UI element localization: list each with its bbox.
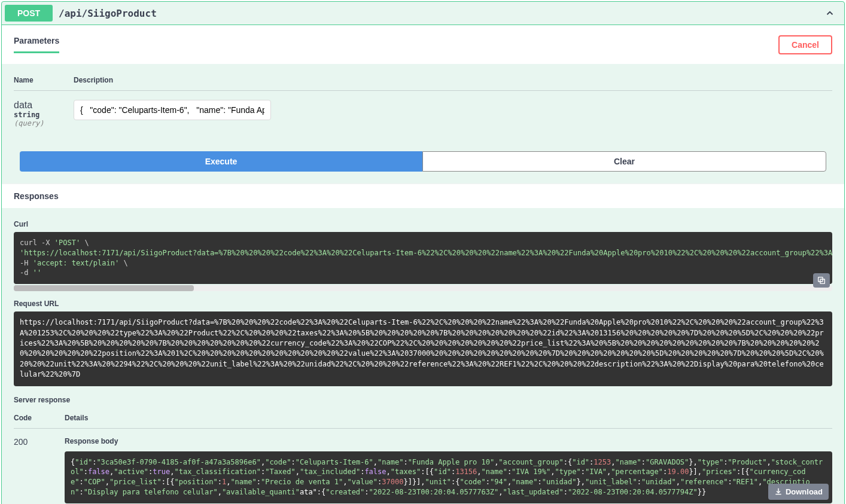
download-button[interactable]: Download xyxy=(768,484,829,500)
param-in: (query) xyxy=(14,119,74,127)
execute-button[interactable]: Execute xyxy=(20,151,422,172)
request-url-label: Request URL xyxy=(14,300,832,308)
method-badge: POST xyxy=(5,5,53,22)
parameters-header: Parameters Cancel xyxy=(2,25,844,64)
parameters-table: Name Description data string (query) xyxy=(2,64,844,139)
server-response-label: Server response xyxy=(14,396,832,404)
code-column-header: Code xyxy=(14,414,65,422)
response-code: 200 xyxy=(14,437,65,503)
cancel-button[interactable]: Cancel xyxy=(778,35,832,54)
horizontal-scrollbar[interactable] xyxy=(14,285,832,291)
parameter-row: data string (query) xyxy=(14,91,832,127)
operation-block: POST /api/SiigoProduct Parameters Cancel… xyxy=(1,1,845,504)
param-type: string xyxy=(14,111,74,119)
chevron-up-icon[interactable] xyxy=(824,8,835,19)
details-column-header: Details xyxy=(65,414,832,422)
clear-button[interactable]: Clear xyxy=(422,151,826,172)
request-url-block: https://localhost:7171/api/SiigoProduct?… xyxy=(14,311,832,386)
download-icon xyxy=(774,487,783,496)
column-name-header: Name xyxy=(14,76,74,84)
response-body-block: {"id":"3ca50e3f-0790-4185-af0f-a47a3a589… xyxy=(65,451,832,503)
copy-icon[interactable] xyxy=(813,273,830,288)
operation-header[interactable]: POST /api/SiigoProduct xyxy=(2,2,844,25)
param-name: data xyxy=(14,100,74,111)
parameters-tab[interactable]: Parameters xyxy=(14,36,59,53)
endpoint-path: /api/SiigoProduct xyxy=(59,8,824,19)
responses-header: Responses xyxy=(2,184,844,208)
response-body-label: Response body xyxy=(65,437,832,445)
param-value-input[interactable] xyxy=(74,100,271,120)
curl-label: Curl xyxy=(14,220,832,228)
curl-code-block: curl -X 'POST' \ 'https://localhost:7171… xyxy=(14,232,832,284)
column-description-header: Description xyxy=(74,76,832,84)
